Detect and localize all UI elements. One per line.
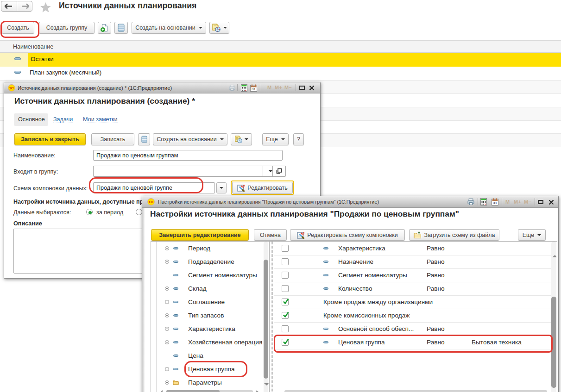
svg-text:31: 31 — [493, 201, 497, 205]
svg-text:31: 31 — [252, 87, 256, 91]
